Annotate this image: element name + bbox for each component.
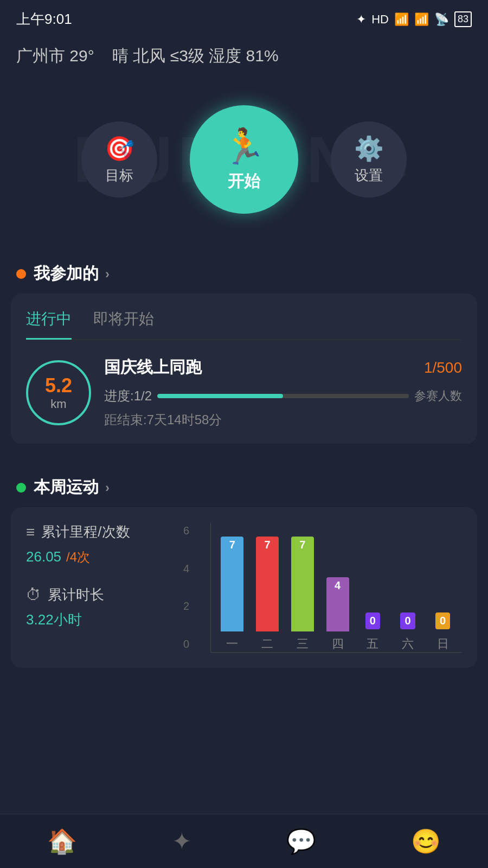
race-item: 5.2 km 国庆线上同跑 1/500 进度:1/2 参赛人数 距结束:7天14… <box>26 356 462 429</box>
target-button[interactable]: 🎯 目标 <box>81 122 157 197</box>
x-label-tue: 二 <box>261 636 273 652</box>
profile-icon: 😊 <box>411 827 441 856</box>
status-bar: 上午9:01 ✦ HD 📶 📶 📡 83 <box>0 0 488 34</box>
bar-wed: 7 <box>291 537 314 631</box>
km-value: 5.2 <box>45 374 72 397</box>
bar-tue: 7 <box>256 537 279 631</box>
progress-bar-fill <box>157 394 283 398</box>
mileage-icon-row: ≡ 累计里程/次数 <box>26 522 167 541</box>
race-progress-row: 进度:1/2 参赛人数 <box>104 387 462 405</box>
settings-label: 设置 <box>355 166 383 185</box>
bar-group-thu: 4 四 <box>322 522 354 652</box>
weekly-stats: ≡ 累计里程/次数 26.05 /4次 ⏱ 累计时长 3.22小时 <box>26 522 167 653</box>
bar-group-mon: 7 一 <box>216 522 248 652</box>
y-axis-labels: 6 4 2 0 <box>183 522 189 653</box>
bar-group-wed: 7 三 <box>286 522 318 652</box>
hero-area: RUNNING 🎯 目标 🏃 开始 ⚙️ 设置 <box>0 73 488 246</box>
race-name: 国庆线上同跑 <box>104 356 202 379</box>
my-events-title: 我参加的 <box>34 263 99 285</box>
status-icons: ✦ HD 📶 📶 📡 83 <box>356 11 472 27</box>
weather-condition: 晴 北风 ≤3级 湿度 81% <box>112 47 279 65</box>
bar-mon: 7 <box>221 537 243 631</box>
target-label: 目标 <box>105 166 133 185</box>
tab-upcoming[interactable]: 即将开始 <box>93 309 154 340</box>
weekly-card: ≡ 累计里程/次数 26.05 /4次 ⏱ 累计时长 3.22小时 6 4 2 <box>11 507 477 668</box>
x-label-fri: 五 <box>367 636 378 652</box>
hd-label: HD <box>371 12 389 27</box>
nav-home[interactable]: 🏠 <box>47 827 77 856</box>
controls-row: 🎯 目标 🏃 开始 ⚙️ 设置 <box>81 105 407 214</box>
bluetooth-icon: ✦ <box>356 12 366 27</box>
x-label-sat: 六 <box>402 636 414 652</box>
my-events-card: 进行中 即将开始 5.2 km 国庆线上同跑 1/500 进度:1/2 参赛人数… <box>11 293 477 444</box>
target-icon: 🎯 <box>105 135 134 163</box>
race-count: 1/500 <box>424 359 462 376</box>
bottom-nav: 🏠 ✦ 💬 😊 <box>0 814 488 868</box>
race-progress-label: 进度:1/2 <box>104 387 152 405</box>
duration-title: 累计时长 <box>48 585 104 604</box>
events-tabs: 进行中 即将开始 <box>26 309 462 340</box>
weather-bar: 广州市 29° 晴 北风 ≤3级 湿度 81% <box>0 34 488 73</box>
duration-stat: ⏱ 累计时长 3.22小时 <box>26 585 167 629</box>
home-icon: 🏠 <box>47 827 77 856</box>
x-label-thu: 四 <box>332 636 344 652</box>
my-events-section-header[interactable]: 我参加的 › <box>0 246 488 293</box>
duration-unit: 小时 <box>54 611 82 628</box>
weekly-arrow: › <box>105 480 110 495</box>
weekly-title: 本周运动 <box>34 476 99 499</box>
race-info: 国庆线上同跑 1/500 进度:1/2 参赛人数 距结束:7天14时58分 <box>104 356 462 429</box>
mileage-icon: ≡ <box>26 524 35 541</box>
weather-city: 广州市 <box>16 47 65 65</box>
bar-group-fri: 0 五 <box>357 522 389 652</box>
x-label-sun: 日 <box>437 636 449 652</box>
duration-icon-row: ⏱ 累计时长 <box>26 585 167 604</box>
bar-thu: 4 <box>326 577 349 631</box>
my-events-arrow: › <box>105 266 110 282</box>
start-label: 开始 <box>228 170 260 193</box>
weather-temp: 29° <box>69 47 94 65</box>
race-time: 距结束:7天14时58分 <box>104 411 462 429</box>
runner-icon: 🏃 <box>222 126 266 167</box>
settings-icon: ⚙️ <box>354 135 384 163</box>
race-participant: 参赛人数 <box>414 388 462 404</box>
bar-group-tue: 7 二 <box>252 522 284 652</box>
discover-icon: ✦ <box>172 827 192 855</box>
bar-group-sun: 0 日 <box>427 522 459 652</box>
race-title-row: 国庆线上同跑 1/500 <box>104 356 462 379</box>
bar-chart: 6 4 2 0 7 一 <box>183 522 462 653</box>
wifi-icon: 📡 <box>434 12 449 27</box>
nav-messages[interactable]: 💬 <box>286 827 316 856</box>
tab-ongoing[interactable]: 进行中 <box>26 309 72 340</box>
weekly-dot <box>16 483 26 493</box>
km-unit: km <box>50 397 66 411</box>
mileage-title: 累计里程/次数 <box>41 522 130 541</box>
mileage-value: 26.05 /4次 <box>26 546 167 566</box>
count-display: /4次 <box>66 550 90 564</box>
my-events-dot <box>16 269 26 279</box>
signal-icon1: 📶 <box>394 12 409 27</box>
settings-button[interactable]: ⚙️ 设置 <box>331 122 407 197</box>
battery-icon: 83 <box>454 11 472 27</box>
messages-icon: 💬 <box>286 827 316 856</box>
mileage-stat: ≡ 累计里程/次数 26.05 /4次 <box>26 522 167 566</box>
chart-bars-container: 7 一 7 二 <box>210 522 462 653</box>
bar-group-sat: 0 六 <box>392 522 424 652</box>
x-label-mon: 一 <box>226 636 238 652</box>
nav-profile[interactable]: 😊 <box>411 827 441 856</box>
km-circle: 5.2 km <box>26 360 91 425</box>
start-button[interactable]: 🏃 开始 <box>190 105 298 214</box>
duration-icon: ⏱ <box>26 586 41 604</box>
signal-icon2: 📶 <box>414 12 429 27</box>
duration-value: 3.22小时 <box>26 609 167 629</box>
progress-bar-bg <box>157 394 409 398</box>
weekly-section-header[interactable]: 本周运动 › <box>0 460 488 507</box>
status-time: 上午9:01 <box>16 10 72 29</box>
x-label-wed: 三 <box>297 636 309 652</box>
nav-discover[interactable]: ✦ <box>172 827 192 855</box>
